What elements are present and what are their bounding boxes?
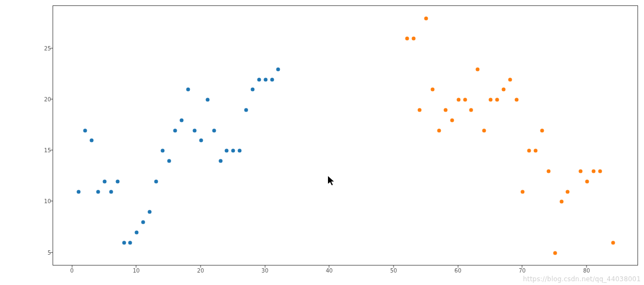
ytick-label: 15 (43, 147, 51, 153)
data-point (225, 149, 229, 153)
data-point (521, 190, 525, 193)
data-point (489, 98, 493, 102)
data-point (476, 67, 480, 71)
data-point (90, 139, 94, 142)
data-point (540, 128, 544, 132)
data-point (501, 88, 505, 92)
data-point (263, 77, 267, 81)
data-point (508, 77, 512, 81)
data-point (611, 241, 615, 244)
data-point (83, 128, 87, 132)
data-point (579, 169, 583, 173)
data-point (559, 200, 563, 204)
data-point (437, 128, 441, 132)
data-point (173, 128, 177, 132)
data-point (77, 190, 81, 193)
data-point (424, 16, 428, 20)
data-point (546, 169, 550, 173)
data-point (244, 108, 248, 112)
data-point (431, 88, 435, 92)
data-point (527, 149, 531, 153)
data-point (450, 118, 454, 122)
data-point (585, 179, 589, 183)
data-point (199, 139, 203, 142)
data-point (109, 190, 113, 193)
data-point (154, 179, 158, 183)
plot-area[interactable] (53, 5, 638, 265)
cursor-icon (328, 176, 336, 186)
data-point (443, 108, 447, 112)
xtick-label: 20 (197, 268, 204, 274)
data-point (405, 37, 409, 41)
data-point (598, 169, 602, 173)
data-point (180, 118, 184, 122)
data-point (418, 108, 422, 112)
data-point (257, 77, 261, 81)
data-point (238, 149, 242, 153)
data-point (218, 159, 222, 163)
data-point (135, 230, 139, 234)
data-point (469, 108, 473, 112)
xtick-label: 10 (133, 268, 140, 274)
data-point (148, 210, 152, 214)
data-point (212, 128, 216, 132)
data-point (482, 128, 486, 132)
data-point (591, 169, 595, 173)
data-point (276, 67, 280, 71)
xtick-label: 0 (70, 268, 73, 274)
xtick-label: 40 (326, 268, 333, 274)
data-point (270, 77, 274, 81)
watermark-text: https://blog.csdn.net/qq_44038001 (523, 275, 641, 283)
data-point (167, 159, 171, 163)
data-point (160, 149, 164, 153)
data-point (115, 179, 119, 183)
ytick-label: 25 (43, 46, 51, 51)
data-point (495, 98, 499, 102)
data-point (96, 190, 100, 193)
ytick-label: 10 (43, 198, 51, 204)
figure: 01020304050607080510152025 https://blog.… (0, 0, 644, 285)
data-point (205, 98, 209, 102)
data-point (411, 37, 415, 41)
data-point (514, 98, 518, 102)
ytick-label: 5 (43, 249, 51, 255)
data-point (122, 241, 126, 244)
data-point (456, 98, 460, 102)
data-point (463, 98, 467, 102)
data-point (231, 149, 235, 153)
data-point (193, 128, 197, 132)
data-point (566, 190, 570, 193)
data-point (534, 149, 538, 153)
xtick-label: 70 (519, 268, 526, 274)
data-point (250, 88, 254, 92)
xtick-label: 60 (454, 268, 461, 274)
xtick-label: 80 (583, 268, 590, 274)
data-point (128, 241, 132, 244)
xtick-label: 30 (261, 268, 268, 274)
data-point (186, 88, 190, 92)
xtick-label: 50 (390, 268, 397, 274)
data-point (141, 221, 145, 224)
data-point (102, 179, 106, 183)
ytick-label: 20 (43, 96, 51, 102)
data-point (553, 251, 557, 255)
